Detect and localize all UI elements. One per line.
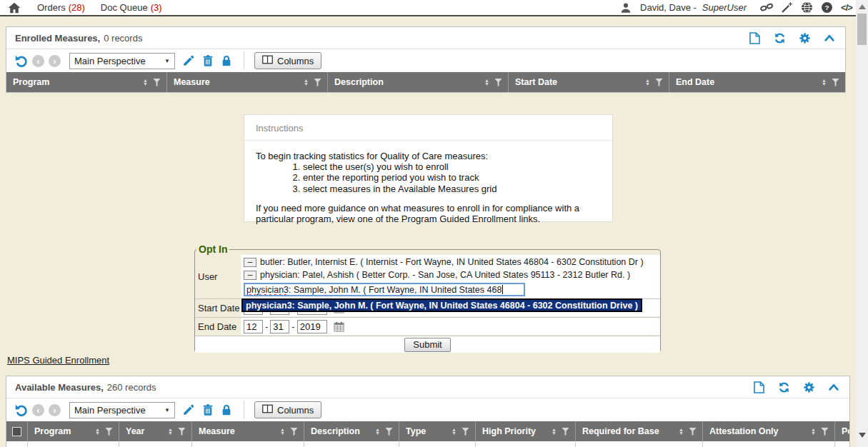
filter-icon[interactable]	[494, 79, 502, 86]
nav-doc-queue[interactable]: Doc Queue (3)	[101, 2, 162, 13]
selected-user-item: – butler: Butler, Internist E. ( Interni…	[244, 256, 657, 268]
end-date-year-input[interactable]	[297, 320, 327, 333]
column-header-description[interactable]: Description ▲▼	[328, 72, 509, 92]
filter-icon[interactable]	[290, 428, 298, 436]
sort-icon[interactable]: ▲▼	[822, 79, 827, 86]
perspective-select[interactable]: Main Perspective ▼	[69, 53, 175, 69]
instructions-card: Instructions To begin tracking statistic…	[244, 114, 613, 222]
column-header-description[interactable]: Description ▲▼	[304, 421, 399, 441]
sort-icon[interactable]: ▲▼	[452, 428, 457, 435]
sort-icon[interactable]: ▲▼	[679, 428, 684, 435]
column-header-end-date[interactable]: End Date ▲▼	[669, 72, 845, 92]
calendar-icon[interactable]	[334, 321, 344, 332]
help-icon[interactable]: ?	[819, 1, 834, 14]
column-header-measure[interactable]: Measure ▲▼	[167, 72, 328, 92]
collapse-panel-icon[interactable]	[827, 381, 841, 393]
forward-icon[interactable]: ›	[49, 55, 61, 67]
filter-icon[interactable]	[178, 428, 186, 436]
filter-icon[interactable]	[314, 79, 321, 86]
collapse-panel-icon[interactable]	[822, 31, 837, 44]
toolbar-divider	[244, 401, 244, 418]
toolbar-divider	[244, 52, 244, 69]
remove-user-button[interactable]: –	[244, 258, 256, 267]
perspective-select[interactable]: Main Perspective ▼	[69, 402, 175, 418]
sort-icon[interactable]: ▲▼	[484, 79, 489, 86]
undo-icon[interactable]	[14, 403, 28, 416]
gear-icon[interactable]	[802, 381, 816, 393]
scroll-up-arrow[interactable]	[859, 4, 866, 9]
new-document-icon[interactable]	[752, 381, 766, 393]
filter-icon[interactable]	[655, 79, 663, 86]
scroll-down-arrow[interactable]	[859, 433, 866, 438]
code-icon[interactable]: </>	[839, 1, 854, 14]
column-header-program[interactable]: Program ▲▼	[28, 421, 119, 441]
columns-button[interactable]: Columns	[254, 52, 321, 69]
nav-orders-count: (28)	[69, 2, 85, 13]
back-icon[interactable]: ‹	[32, 404, 44, 416]
lock-perspective-icon[interactable]	[221, 54, 232, 67]
filter-icon[interactable]	[385, 428, 393, 436]
column-header-start-date[interactable]: Start Date ▲▼	[509, 72, 669, 92]
select-all-checkbox[interactable]	[12, 427, 21, 436]
refresh-icon[interactable]	[777, 381, 791, 393]
user-icon	[619, 1, 633, 14]
column-header-select-all[interactable]	[6, 421, 28, 441]
edit-perspective-icon[interactable]	[182, 403, 195, 416]
sort-icon[interactable]: ▲▼	[304, 79, 309, 86]
lock-perspective-icon[interactable]	[221, 403, 232, 416]
filter-icon[interactable]	[832, 79, 839, 86]
back-icon[interactable]: ‹	[32, 55, 44, 67]
columns-button-label: Columns	[277, 405, 314, 416]
sort-icon[interactable]: ▲▼	[811, 428, 816, 435]
end-date-day-input[interactable]	[270, 320, 289, 333]
column-header-program[interactable]: Program ▲▼	[6, 72, 167, 92]
filter-icon[interactable]	[153, 79, 161, 86]
undo-icon[interactable]	[14, 54, 28, 67]
sort-icon[interactable]: ▲▼	[552, 428, 557, 435]
new-document-icon[interactable]	[747, 31, 762, 44]
gear-icon[interactable]	[797, 31, 812, 44]
column-header-required-for-base[interactable]: Required for Base ▲▼	[576, 421, 703, 441]
sort-icon[interactable]: ▲▼	[143, 79, 148, 86]
scrollbar-thumb[interactable]	[857, 14, 867, 45]
sort-icon[interactable]: ▲▼	[375, 428, 380, 435]
remove-user-button[interactable]: –	[244, 271, 256, 280]
available-measures-toolbar: ‹ › Main Perspective ▼ Columns	[6, 398, 849, 421]
sort-icon[interactable]: ▲▼	[168, 428, 173, 435]
delete-perspective-icon[interactable]	[202, 54, 214, 67]
forward-icon[interactable]: ›	[49, 404, 61, 416]
refresh-icon[interactable]	[772, 31, 787, 44]
column-header-high-priority[interactable]: High Priority ▲▼	[476, 421, 576, 441]
filter-icon[interactable]	[105, 428, 113, 436]
edit-perspective-icon[interactable]	[182, 54, 195, 67]
home-icon[interactable]	[7, 1, 21, 14]
instruction-step: enter the reporting period you wish to t…	[303, 172, 601, 183]
sort-icon[interactable]: ▲▼	[280, 428, 285, 435]
user-autocomplete-suggestion[interactable]: physician3: Sample, John M. ( Fort Wayne…	[241, 298, 642, 312]
panel-title: Available Measures,	[15, 382, 104, 393]
filter-icon[interactable]	[562, 428, 569, 436]
filter-icon[interactable]	[462, 428, 469, 436]
column-header-year[interactable]: Year ▲▼	[119, 421, 192, 441]
column-header-points[interactable]: Points	[835, 421, 849, 441]
sort-icon[interactable]: ▲▼	[95, 428, 100, 435]
submit-button[interactable]: Submit	[404, 338, 450, 352]
nav-orders[interactable]: Orders (28)	[37, 2, 85, 13]
globe-icon[interactable]	[799, 1, 814, 14]
instructions-outro: If you need more guidance on what measur…	[256, 203, 601, 224]
column-header-attestation-only[interactable]: Attestation Only ▲▼	[703, 421, 835, 441]
column-header-measure[interactable]: Measure ▲▼	[192, 421, 304, 441]
wand-icon[interactable]	[779, 1, 794, 14]
mips-guided-enrollment-link[interactable]: MIPS Guided Enrollment	[7, 355, 109, 366]
divider	[244, 140, 612, 141]
sort-icon[interactable]: ▲▼	[645, 79, 650, 86]
columns-button[interactable]: Columns	[254, 401, 321, 418]
filter-icon[interactable]	[821, 428, 829, 436]
record-count: 260 records	[107, 382, 156, 393]
delete-perspective-icon[interactable]	[202, 403, 214, 416]
user-search-input[interactable]: physician3: Sample, John M. ( Fort Wayne…	[244, 283, 525, 296]
filter-icon[interactable]	[689, 428, 697, 436]
link-icon[interactable]	[759, 1, 774, 14]
end-date-month-input[interactable]	[244, 320, 263, 333]
column-header-type[interactable]: Type ▲▼	[399, 421, 476, 441]
